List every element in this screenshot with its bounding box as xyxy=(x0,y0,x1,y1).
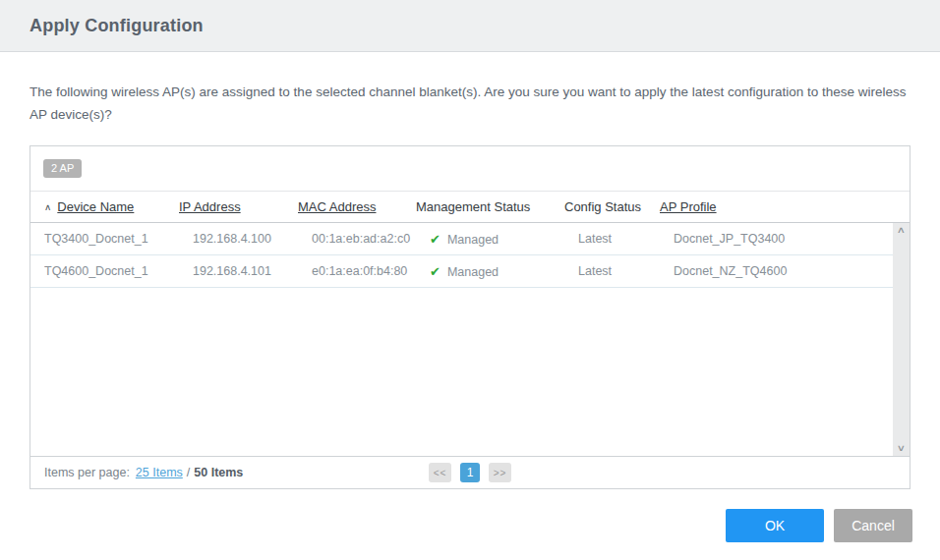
column-header-label: IP Address xyxy=(179,199,241,214)
total-items-label: 50 Items xyxy=(194,466,243,479)
cell-management-status: ✔Managed xyxy=(430,232,578,247)
table-toolbar: 2 AP xyxy=(30,146,910,192)
scroll-up-icon[interactable]: ∧ xyxy=(897,226,906,235)
column-header-ip-address[interactable]: IP Address xyxy=(179,199,298,214)
column-header-mac-address[interactable]: MAC Address xyxy=(298,199,416,214)
dialog-footer: OK Cancel xyxy=(0,489,940,542)
vertical-scrollbar[interactable]: ∧ ∨ xyxy=(893,223,910,456)
table-body: TQ3400_Docnet_1 192.168.4.100 00:1a:eb:a… xyxy=(30,223,910,456)
column-header-label: Device Name xyxy=(57,199,134,214)
next-page-button[interactable]: >> xyxy=(489,463,511,482)
column-header-label: Config Status xyxy=(564,199,641,214)
cell-ip-address: 192.168.4.100 xyxy=(193,232,312,246)
table-row[interactable]: TQ4600_Docnet_1 192.168.4.101 e0:1a:ea:0… xyxy=(30,255,893,288)
management-status-text: Managed xyxy=(447,233,499,247)
sort-asc-icon: ∧ xyxy=(44,202,51,212)
ok-button[interactable]: OK xyxy=(726,509,824,542)
page-1-button[interactable]: 1 xyxy=(460,463,480,482)
column-header-label: MAC Address xyxy=(298,199,376,214)
cell-device-name: TQ4600_Docnet_1 xyxy=(44,264,193,278)
ap-count-badge: 2 AP xyxy=(43,159,82,178)
column-header-label: Management Status xyxy=(416,199,530,214)
cancel-button[interactable]: Cancel xyxy=(834,509,912,542)
cell-ip-address: 192.168.4.101 xyxy=(193,264,312,278)
column-header-device-name[interactable]: ∧ Device Name xyxy=(44,199,179,214)
cell-ap-profile: Docnet_JP_TQ3400 xyxy=(674,232,893,246)
ap-table-card: 2 AP ∧ Device Name IP Address MAC Addres… xyxy=(29,145,911,489)
cell-management-status: ✔Managed xyxy=(430,264,578,279)
scroll-down-icon[interactable]: ∨ xyxy=(897,444,906,453)
page-size-link[interactable]: 25 Items xyxy=(136,466,183,479)
cell-config-status: Latest xyxy=(578,264,674,278)
pagination-separator: / xyxy=(187,466,190,479)
column-header-config-status: Config Status xyxy=(564,199,660,214)
table-header-row: ∧ Device Name IP Address MAC Address Man… xyxy=(30,192,910,223)
column-header-label: AP Profile xyxy=(660,199,717,214)
pagination-bar: Items per page: 25 Items / 50 Items << 1… xyxy=(30,456,910,488)
managed-check-icon: ✔ xyxy=(430,264,441,279)
dialog-titlebar: Apply Configuration xyxy=(0,0,940,52)
cell-mac-address: e0:1a:ea:0f:b4:80 xyxy=(312,264,430,278)
management-status-text: Managed xyxy=(447,265,499,279)
dialog-title: Apply Configuration xyxy=(29,16,204,36)
column-header-ap-profile[interactable]: AP Profile xyxy=(660,199,910,214)
pager: << 1 >> xyxy=(429,463,511,482)
column-header-management-status: Management Status xyxy=(416,199,564,214)
managed-check-icon: ✔ xyxy=(430,232,441,247)
cell-config-status: Latest xyxy=(578,232,674,246)
table-row[interactable]: TQ3400_Docnet_1 192.168.4.100 00:1a:eb:a… xyxy=(30,223,893,255)
cell-device-name: TQ3400_Docnet_1 xyxy=(44,232,193,246)
prev-page-button[interactable]: << xyxy=(429,463,451,482)
items-per-page-label: Items per page: xyxy=(44,466,130,479)
confirmation-message: The following wireless AP(s) are assigne… xyxy=(29,81,911,126)
cell-ap-profile: Docnet_NZ_TQ4600 xyxy=(674,264,893,278)
cell-mac-address: 00:1a:eb:ad:a2:c0 xyxy=(312,232,430,246)
